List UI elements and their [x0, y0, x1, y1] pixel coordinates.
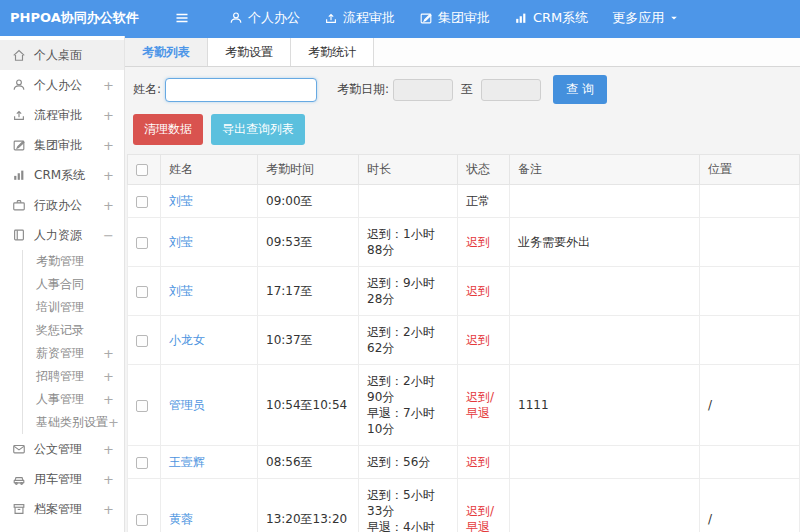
topnav-crm-system[interactable]: CRM系统: [502, 0, 600, 36]
expand-plus-icon[interactable]: +: [103, 108, 114, 123]
row-checkbox[interactable]: [136, 400, 148, 412]
expand-plus-icon[interactable]: +: [103, 168, 114, 183]
expand-plus-icon[interactable]: +: [103, 392, 114, 407]
topnav-workflow-approval[interactable]: 流程审批: [312, 0, 407, 36]
select-all-checkbox[interactable]: [136, 164, 148, 176]
sidebar-item-label: 行政办公: [34, 197, 82, 214]
table-body: 刘莹09:00至正常刘莹09:53至迟到：1小时88分迟到业务需要外出刘莹17:…: [128, 185, 800, 532]
mail-icon: [12, 442, 26, 456]
employee-name-link[interactable]: 刘莹: [169, 194, 193, 208]
menu-icon: [174, 10, 190, 26]
row-checkbox[interactable]: [136, 514, 148, 526]
row-checkbox[interactable]: [136, 196, 148, 208]
date-from-input[interactable]: [393, 79, 453, 101]
sidebar-item-group-approval[interactable]: 集团审批+: [0, 130, 124, 160]
name-filter-input[interactable]: [165, 78, 317, 102]
attendance-table: 姓名考勤时间时长状态备注位置 刘莹09:00至正常刘莹09:53至迟到：1小时8…: [127, 154, 800, 532]
name-cell: 刘莹: [161, 218, 258, 267]
sidebar-item-human-resources[interactable]: 人力资源−: [0, 220, 124, 250]
row-checkbox[interactable]: [136, 457, 148, 469]
sidebar-item-document-management[interactable]: 公文管理+: [0, 434, 124, 464]
location-cell: /: [700, 365, 800, 446]
sidebar-item-admin-office[interactable]: 行政办公+: [0, 190, 124, 220]
sidebar-item-personal-desktop[interactable]: 个人桌面: [0, 40, 124, 70]
checkbox-cell: [128, 446, 161, 479]
sidebar-item-personal-office[interactable]: 个人办公+: [0, 70, 124, 100]
clean-data-button[interactable]: 清理数据: [133, 114, 203, 145]
expand-plus-icon[interactable]: +: [103, 369, 114, 384]
employee-name-link[interactable]: 刘莹: [169, 235, 193, 249]
attendance-time-cell: 10:54至10:54: [258, 365, 359, 446]
topnav-label: CRM系统: [533, 9, 588, 27]
remark-cell: [510, 185, 700, 218]
sidebar-item-salary-management[interactable]: 薪资管理+: [23, 342, 124, 365]
chart-icon: [12, 168, 26, 182]
sidebar-item-label: 薪资管理: [36, 345, 84, 362]
sidebar-item-crm-system[interactable]: CRM系统+: [0, 160, 124, 190]
sidebar-item-personnel-management[interactable]: 人事管理+: [23, 388, 124, 411]
remark-cell: 业务需要外出: [510, 218, 700, 267]
sidebar-item-reward-punishment[interactable]: 奖惩记录: [23, 319, 124, 342]
sidebar-item-label: 招聘管理: [36, 368, 84, 385]
tab-attendance-statistics[interactable]: 考勤统计: [291, 38, 374, 66]
app-logo: PHPOA协同办公软件: [0, 9, 125, 27]
duration-cell: 迟到：9小时28分: [359, 267, 458, 316]
name-filter-label: 姓名:: [133, 81, 161, 98]
employee-name-link[interactable]: 管理员: [169, 398, 205, 412]
main-content: 考勤列表考勤设置考勤统计 姓名: 考勤日期: 至 查 询 清理数据 导出查询列表…: [125, 36, 800, 532]
sidebar-item-archive-management[interactable]: 档案管理+: [0, 494, 124, 524]
sidebar-item-base-category-settings[interactable]: 基础类别设置+: [23, 411, 124, 434]
topnav-more-apps[interactable]: 更多应用: [600, 0, 691, 36]
location-cell: /: [700, 479, 800, 532]
expand-plus-icon[interactable]: +: [108, 415, 119, 430]
search-button[interactable]: 查 询: [553, 75, 607, 104]
employee-name-link[interactable]: 黄蓉: [169, 512, 193, 526]
employee-name-link[interactable]: 刘莹: [169, 284, 193, 298]
checkbox-cell: [128, 365, 161, 446]
attendance-table-container: 姓名考勤时间时长状态备注位置 刘莹09:00至正常刘莹09:53至迟到：1小时8…: [127, 154, 800, 532]
date-filter-label: 考勤日期:: [337, 81, 389, 98]
expand-plus-icon[interactable]: +: [103, 472, 114, 487]
briefcase-icon: [12, 198, 26, 212]
table-header-checkbox-cell: [128, 155, 161, 185]
collapse-minus-icon[interactable]: −: [103, 228, 114, 243]
expand-plus-icon[interactable]: +: [103, 198, 114, 213]
sidebar-item-workflow-approval[interactable]: 流程审批+: [0, 100, 124, 130]
row-checkbox[interactable]: [136, 335, 148, 347]
sidebar-item-project-management[interactable]: 项目管理+: [0, 524, 124, 532]
sidebar-item-vehicle-management[interactable]: 用车管理+: [0, 464, 124, 494]
sidebar-item-recruitment-management[interactable]: 招聘管理+: [23, 365, 124, 388]
employee-name-link[interactable]: 王壹辉: [169, 455, 205, 469]
sidebar-item-attendance-management[interactable]: 考勤管理: [23, 250, 124, 273]
sidebar-item-label: 流程审批: [34, 107, 82, 124]
topnav-personal-office[interactable]: 个人办公: [217, 0, 312, 36]
topnav-label: 集团审批: [438, 9, 490, 27]
tab-attendance-settings[interactable]: 考勤设置: [208, 38, 291, 66]
expand-plus-icon[interactable]: +: [103, 442, 114, 457]
column-header-4: 备注: [510, 155, 700, 185]
menu-toggle-button[interactable]: [169, 5, 195, 31]
sidebar-item-label: 人事合同: [36, 276, 84, 293]
column-header-0: 姓名: [161, 155, 258, 185]
checkbox-cell: [128, 267, 161, 316]
table-row: 管理员10:54至10:54迟到：2小时90分早退：7小时10分迟到/早退111…: [128, 365, 800, 446]
expand-plus-icon[interactable]: +: [103, 346, 114, 361]
checkbox-cell: [128, 218, 161, 267]
sidebar-item-label: 集团审批: [34, 137, 82, 154]
date-to-input[interactable]: [481, 79, 541, 101]
expand-plus-icon[interactable]: +: [103, 502, 114, 517]
location-cell: [700, 316, 800, 365]
sidebar-item-label: 奖惩记录: [36, 322, 84, 339]
sidebar-item-training-management[interactable]: 培训管理: [23, 296, 124, 319]
row-checkbox[interactable]: [136, 237, 148, 249]
employee-name-link[interactable]: 小龙女: [169, 333, 205, 347]
export-list-button[interactable]: 导出查询列表: [211, 114, 305, 145]
attendance-time-cell: 09:53至: [258, 218, 359, 267]
tab-attendance-list[interactable]: 考勤列表: [125, 38, 208, 66]
expand-plus-icon[interactable]: +: [103, 138, 114, 153]
topnav-group-approval[interactable]: 集团审批: [407, 0, 502, 36]
row-checkbox[interactable]: [136, 286, 148, 298]
expand-plus-icon[interactable]: +: [103, 78, 114, 93]
remark-cell: [510, 446, 700, 479]
sidebar-item-hr-contract[interactable]: 人事合同: [23, 273, 124, 296]
